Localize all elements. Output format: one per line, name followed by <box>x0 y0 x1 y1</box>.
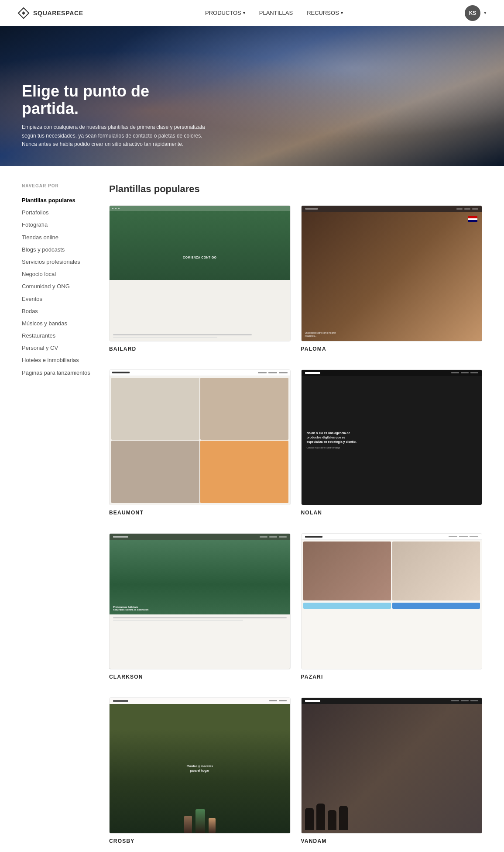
template-thumb-pazari <box>301 533 483 669</box>
template-thumb-beaumont <box>109 369 291 506</box>
sidebar-nav-label: NAVEGAR POR <box>22 183 100 188</box>
user-avatar[interactable]: KS <box>465 5 480 21</box>
sidebar-item-servicios[interactable]: Servicios profesionales <box>22 256 100 268</box>
template-thumb-bailard: comienza contigo <box>109 205 291 341</box>
sidebar-item-portafolios[interactable]: Portafolios <box>22 207 100 219</box>
template-name-crosby: CROSBY <box>109 838 291 844</box>
template-card-bailard[interactable]: comienza contigo BAILARD <box>109 205 291 352</box>
template-thumb-vandam <box>301 697 483 834</box>
sidebar-item-paginas[interactable]: Páginas para lanzamientos <box>22 367 100 379</box>
chevron-down-icon: ▾ <box>243 10 245 15</box>
squarespace-logo-icon <box>17 7 30 19</box>
navbar: SQUARESPACE PRODUCTOS ▾ PLANTILLAS RECUR… <box>0 0 504 26</box>
sidebar-item-eventos[interactable]: Eventos <box>22 293 100 305</box>
section-title: Plantillas populares <box>109 183 482 195</box>
sidebar-item-bodas[interactable]: Bodas <box>22 305 100 317</box>
avatar-chevron-icon[interactable]: ▾ <box>484 10 487 16</box>
hero-section: Elige tu punto de partida. Empieza con c… <box>0 26 504 166</box>
template-name-nolan: NOLAN <box>301 510 483 516</box>
hero-content: Elige tu punto de partida. Empieza con c… <box>22 83 205 148</box>
sidebar-item-blogs[interactable]: Blogs y podcasts <box>22 244 100 256</box>
nav-productos[interactable]: PRODUCTOS ▾ <box>205 10 245 16</box>
sidebar-item-tiendas[interactable]: Tiendas online <box>22 231 100 244</box>
nav-recursos[interactable]: RECURSOS ▾ <box>307 10 343 16</box>
template-thumb-nolan: Nolan & Co es una agencia deproductos di… <box>301 369 483 506</box>
template-thumb-paloma: Un podcast sobre cómo mejorarrelaciones.… <box>301 205 483 341</box>
sidebar-item-musicos[interactable]: Músicos y bandas <box>22 317 100 330</box>
template-thumb-crosby: Plantas y macetaspara el hogar <box>109 697 291 834</box>
hero-description: Empieza con cualquiera de nuestras plant… <box>22 123 205 148</box>
template-name-clarkson: CLARKSON <box>109 674 291 680</box>
template-name-bailard: BAILARD <box>109 346 291 352</box>
main-layout: NAVEGAR POR Plantillas populares Portafo… <box>0 166 504 852</box>
sidebar-item-personal[interactable]: Personal y CV <box>22 342 100 354</box>
hero-title: Elige tu punto de partida. <box>22 83 205 117</box>
sidebar-item-hoteles[interactable]: Hoteles e inmobiliarias <box>22 354 100 366</box>
template-card-clarkson[interactable]: Protejamos hábitatsnaturales contra la e… <box>109 533 291 680</box>
sidebar-item-popular[interactable]: Plantillas populares <box>22 194 100 207</box>
templates-grid: comienza contigo BAILARD <box>109 205 482 844</box>
sidebar: NAVEGAR POR Plantillas populares Portafo… <box>22 183 109 844</box>
template-name-vandam: VANDAM <box>301 838 483 844</box>
template-card-beaumont[interactable]: BEAUMONT <box>109 369 291 516</box>
template-card-vandam[interactable]: VANDAM <box>301 697 483 844</box>
sidebar-item-comunidad[interactable]: Comunidad y ONG <box>22 280 100 293</box>
template-thumb-clarkson: Protejamos hábitatsnaturales contra la e… <box>109 533 291 669</box>
navbar-links: PRODUCTOS ▾ PLANTILLAS RECURSOS ▾ <box>205 10 343 16</box>
main-content: Plantillas populares comienza contigo <box>109 183 482 844</box>
template-card-crosby[interactable]: Plantas y macetaspara el hogar CROSBY <box>109 697 291 844</box>
navbar-brand-area: SQUARESPACE <box>17 7 83 19</box>
template-card-pazari[interactable]: PAZARI <box>301 533 483 680</box>
chevron-down-icon: ▾ <box>341 10 343 15</box>
template-card-paloma[interactable]: Un podcast sobre cómo mejorarrelaciones.… <box>301 205 483 352</box>
sidebar-item-fotografia[interactable]: Fotografía <box>22 219 100 231</box>
sidebar-item-negocio[interactable]: Negocio local <box>22 268 100 280</box>
template-name-beaumont: BEAUMONT <box>109 510 291 516</box>
template-card-nolan[interactable]: Nolan & Co es una agencia deproductos di… <box>301 369 483 516</box>
nav-plantillas[interactable]: PLANTILLAS <box>259 10 293 16</box>
navbar-user-area: KS ▾ <box>465 5 487 21</box>
brand-name: SQUARESPACE <box>33 10 83 17</box>
sidebar-item-restaurantes[interactable]: Restaurantes <box>22 330 100 342</box>
template-name-pazari: PAZARI <box>301 674 483 680</box>
template-name-paloma: PALOMA <box>301 346 483 352</box>
